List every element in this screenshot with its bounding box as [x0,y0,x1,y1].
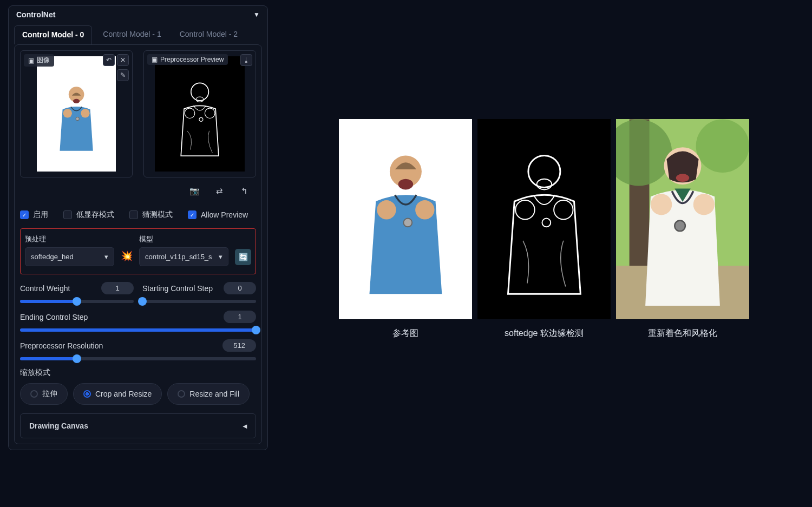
collapse-icon: ▼ [253,11,260,18]
tab-model-1[interactable]: Control Model - 1 [95,25,168,44]
drawing-canvas-toggle[interactable]: Drawing Canvas ◂ [20,413,256,438]
close-button[interactable]: ✕ [117,54,129,66]
svg-point-5 [191,83,209,101]
svg-point-3 [81,109,89,117]
preprocessor-label: 预处理 [25,234,114,244]
model-label: 模型 [139,234,228,244]
model-tabs: Control Model - 0 Control Model - 1 Cont… [9,23,267,44]
styled-image [616,119,749,319]
radio-icon [83,390,91,398]
radio-icon [178,390,185,398]
svg-point-26 [676,174,690,182]
svg-point-29 [675,220,685,231]
scale-mode-label: 缩放模式 [20,368,256,378]
svg-point-27 [651,194,672,215]
svg-point-2 [63,109,71,117]
panel-title: ControlNet [16,10,55,19]
resolution-label: Preprocessor Resolution [20,341,103,350]
preprocessor-preview-box: ▣ Preprocessor Preview ⭳ [143,50,256,177]
resolution-value[interactable]: 512 [222,339,256,352]
svg-point-8 [205,108,215,118]
reference-caption: 参考图 [392,328,418,339]
start-step-label: Starting Control Step [142,284,213,293]
control-weight-slider[interactable] [20,300,134,303]
tab-model-2[interactable]: Control Model - 2 [172,25,245,44]
reference-image [339,119,472,319]
download-button[interactable]: ⭳ [240,54,252,66]
preview-image [155,56,245,172]
svg-point-13 [415,200,434,219]
camera-icon[interactable]: 📷 [187,185,202,197]
image-icon: ▣ [152,56,158,63]
end-step-label: Ending Control Step [20,313,88,321]
chevron-down-icon: ▾ [104,253,108,261]
scale-stretch-radio[interactable]: 拉伸 [20,383,68,405]
expand-icon: ◂ [243,422,247,430]
start-step-slider[interactable] [142,300,256,303]
check-icon: ✓ [188,210,197,219]
control-weight-value[interactable]: 1 [101,282,134,294]
undo-button[interactable]: ↶ [103,54,115,66]
check-icon: ✓ [20,210,29,219]
chevron-down-icon: ▾ [219,253,222,261]
check-icon [129,210,138,219]
svg-point-18 [554,200,573,219]
edit-button[interactable]: ✎ [117,69,129,81]
end-step-value[interactable]: 1 [224,311,256,323]
swap-icon[interactable]: ⇄ [212,185,227,197]
svg-point-17 [515,200,534,219]
model-select[interactable]: control_v11p_sd15_s ▾ [139,247,228,266]
svg-point-23 [696,120,749,173]
preprocessor-select[interactable]: softedge_hed ▾ [25,247,114,266]
end-step-slider[interactable] [20,328,256,332]
image-label: ▣ 图像 [24,54,54,67]
input-image [37,56,116,172]
softedge-caption: softedge 软边缘检测 [505,328,584,339]
svg-point-4 [76,117,79,121]
input-image-box[interactable]: ▣ 图像 ↶ ✕ ✎ [20,50,133,177]
result-gallery: 参考图 softedge 软边缘检测 [276,0,812,507]
svg-point-19 [542,218,551,227]
svg-point-6 [196,97,204,102]
softedge-image [477,119,611,319]
radio-icon [30,390,38,398]
resolution-slider[interactable] [20,357,256,360]
control-weight-label: Control Weight [20,284,70,293]
send-up-icon[interactable]: ↰ [237,185,252,197]
start-step-value[interactable]: 0 [224,282,256,294]
controlnet-header[interactable]: ControlNet ▼ [9,6,267,23]
lowvram-checkbox[interactable]: 低显存模式 [63,210,114,220]
svg-point-7 [185,108,195,118]
refresh-icon: 🔄 [239,253,248,261]
svg-point-1 [73,99,80,103]
scale-fill-radio[interactable]: Resize and Fill [167,383,250,405]
enable-checkbox[interactable]: ✓ 启用 [20,210,48,220]
svg-point-28 [693,194,715,215]
svg-point-14 [403,218,412,227]
svg-point-15 [528,155,560,187]
svg-point-12 [377,200,396,219]
image-icon: ▣ [28,57,34,64]
guess-checkbox[interactable]: 猜测模式 [129,210,173,220]
tab-model-0[interactable]: Control Model - 0 [14,25,92,44]
svg-point-9 [199,118,203,122]
svg-point-11 [398,179,413,189]
styled-caption: 重新着色和风格化 [648,328,717,339]
explosion-icon[interactable]: 💥 [121,250,133,266]
preview-checkbox[interactable]: ✓ Allow Preview [188,210,248,219]
check-icon [63,210,72,219]
refresh-button[interactable]: 🔄 [235,249,251,265]
scale-crop-radio[interactable]: Crop and Resize [73,383,162,405]
processor-section: 预处理 softedge_hed ▾ 💥 模型 control_v11p_sd1… [20,228,256,274]
preview-label: ▣ Preprocessor Preview [147,54,228,65]
